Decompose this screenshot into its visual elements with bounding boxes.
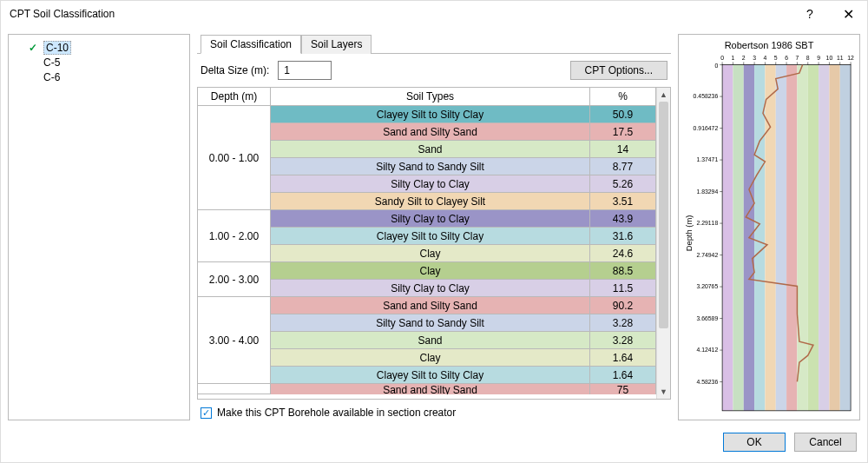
chart-area: 012345678910111200.4582360.9164721.37471…	[684, 52, 854, 414]
svg-text:0.916472: 0.916472	[694, 124, 719, 131]
depth-cell[interactable]: 3.00 - 4.00	[198, 297, 271, 384]
cpt-options-button[interactable]: CPT Options...	[570, 61, 667, 80]
soil-type-cell: Sand	[271, 332, 590, 349]
grid-header: Depth (m) Soil Types %	[198, 88, 656, 106]
percent-cell: 90.2	[590, 297, 656, 314]
table-row[interactable]: Silty Clay to Clay5.26	[271, 175, 656, 193]
help-button[interactable]: ?	[791, 1, 829, 27]
svg-text:0: 0	[714, 63, 718, 69]
col-header-soil[interactable]: Soil Types	[271, 88, 590, 106]
titlebar: CPT Soil Classification ? ✕	[1, 1, 867, 27]
percent-cell: 43.9	[590, 210, 656, 228]
depth-group: 0.00 - 1.00Clayey Silt to Silty Clay50.9…	[198, 106, 656, 210]
percent-cell: 75	[590, 384, 656, 394]
svg-rect-5	[776, 65, 786, 411]
soil-type-cell: Silty Sand to Sandy Silt	[271, 314, 590, 332]
table-row[interactable]: Sand14	[271, 141, 656, 158]
grid-body: Depth (m) Soil Types % 0.00 - 1.00Clayey…	[198, 88, 656, 399]
soil-type-cell: Sand and Silty Sand	[271, 297, 590, 314]
svg-text:4.12412: 4.12412	[696, 347, 718, 354]
scroll-track[interactable]	[657, 102, 670, 385]
depth-group: Sand and Silty Sand75	[198, 384, 656, 394]
chart-panel: Robertson 1986 SBT 012345678910111200.45…	[678, 34, 860, 420]
ok-button[interactable]: OK	[723, 433, 786, 452]
table-row[interactable]: Clay88.5	[271, 262, 656, 280]
tree-item[interactable]: ✓C-6	[9, 69, 189, 84]
soil-type-cell: Clay	[271, 262, 590, 280]
svg-text:8: 8	[806, 55, 810, 62]
percent-cell: 3.28	[590, 314, 656, 332]
svg-text:5: 5	[774, 55, 778, 62]
tree-item[interactable]: ✓C-5	[9, 55, 189, 69]
section-creator-checkbox[interactable]: ✓	[201, 407, 212, 419]
col-header-percent[interactable]: %	[590, 88, 656, 106]
tree-item-label: C-5	[43, 56, 60, 69]
main-panel: Soil ClassificationSoil Layers Delta Siz…	[197, 34, 671, 420]
tree-item[interactable]: ✓C-10	[9, 40, 189, 55]
table-row[interactable]: Sand and Silty Sand17.5	[271, 123, 656, 141]
table-row[interactable]: Clayey Silt to Silty Clay1.64	[271, 367, 656, 384]
table-row[interactable]: Silty Sand to Sandy Silt8.77	[271, 158, 656, 175]
tree-item-label: C-6	[43, 71, 60, 83]
svg-rect-7	[797, 65, 807, 411]
svg-rect-4	[765, 65, 775, 411]
depth-group: 3.00 - 4.00Sand and Silty Sand90.2Silty …	[198, 297, 656, 384]
depth-group: 1.00 - 2.00Silty Clay to Clay43.9Clayey …	[198, 210, 656, 262]
svg-text:10: 10	[826, 55, 833, 62]
soil-type-cell: Sand and Silty Sand	[271, 384, 590, 394]
scroll-down-button[interactable]: ▼	[657, 385, 670, 399]
tab-strip: Soil ClassificationSoil Layers	[197, 34, 671, 54]
check-icon: ✓	[28, 43, 38, 53]
table-row[interactable]: Clayey Silt to Silty Clay31.6	[271, 228, 656, 245]
soil-type-cell: Clayey Silt to Silty Clay	[271, 228, 590, 245]
svg-text:9: 9	[817, 55, 820, 62]
svg-rect-11	[840, 65, 851, 411]
svg-text:3.20765: 3.20765	[696, 283, 718, 290]
dialog-footer: OK Cancel	[1, 427, 867, 462]
table-row[interactable]: Sand and Silty Sand75	[271, 384, 656, 394]
table-row[interactable]: Clayey Silt to Silty Clay50.9	[271, 106, 656, 123]
percent-cell: 3.28	[590, 332, 656, 349]
table-row[interactable]: Sandy Silt to Clayey Silt3.51	[271, 193, 656, 210]
control-row: Delta Size (m): CPT Options...	[197, 59, 671, 82]
depth-cell[interactable]	[198, 384, 271, 394]
depth-cell[interactable]: 1.00 - 2.00	[198, 210, 271, 262]
depth-cell[interactable]: 2.00 - 3.00	[198, 262, 271, 297]
tab[interactable]: Soil Layers	[301, 35, 372, 54]
tab[interactable]: Soil Classification	[201, 35, 301, 54]
soil-type-cell: Sand	[271, 141, 590, 158]
close-button[interactable]: ✕	[829, 1, 867, 27]
percent-cell: 24.6	[590, 245, 656, 262]
vertical-scrollbar[interactable]: ▲ ▼	[656, 88, 670, 399]
table-row[interactable]: Sand3.28	[271, 332, 656, 349]
table-row[interactable]: Clay24.6	[271, 245, 656, 262]
svg-rect-1	[733, 65, 743, 411]
svg-rect-9	[819, 65, 829, 411]
content-area: ✓C-10✓C-5✓C-6 Soil ClassificationSoil La…	[1, 27, 867, 427]
scroll-up-button[interactable]: ▲	[657, 88, 670, 102]
svg-text:2: 2	[742, 55, 746, 62]
table-row[interactable]: Silty Clay to Clay11.5	[271, 280, 656, 297]
percent-cell: 11.5	[590, 280, 656, 297]
depth-cell[interactable]: 0.00 - 1.00	[198, 106, 271, 210]
table-row[interactable]: Clay1.64	[271, 349, 656, 367]
delta-size-input[interactable]	[278, 61, 332, 80]
percent-cell: 50.9	[590, 106, 656, 123]
borehole-list: ✓C-10✓C-5✓C-6	[8, 34, 190, 420]
svg-text:4.58236: 4.58236	[696, 378, 718, 385]
cancel-button[interactable]: Cancel	[794, 433, 857, 452]
svg-rect-3	[754, 65, 765, 411]
svg-text:2.29118: 2.29118	[696, 220, 718, 227]
percent-cell: 17.5	[590, 123, 656, 141]
scroll-thumb[interactable]	[659, 102, 668, 328]
svg-text:4: 4	[764, 55, 767, 62]
percent-cell: 14	[590, 141, 656, 158]
soil-type-cell: Silty Clay to Clay	[271, 280, 590, 297]
col-header-depth[interactable]: Depth (m)	[198, 88, 271, 106]
svg-text:0: 0	[720, 55, 724, 62]
soil-type-cell: Clay	[271, 349, 590, 367]
table-row[interactable]: Silty Clay to Clay43.9	[271, 210, 656, 228]
window-title: CPT Soil Classification	[10, 8, 791, 20]
table-row[interactable]: Silty Sand to Sandy Silt3.28	[271, 314, 656, 332]
table-row[interactable]: Sand and Silty Sand90.2	[271, 297, 656, 314]
